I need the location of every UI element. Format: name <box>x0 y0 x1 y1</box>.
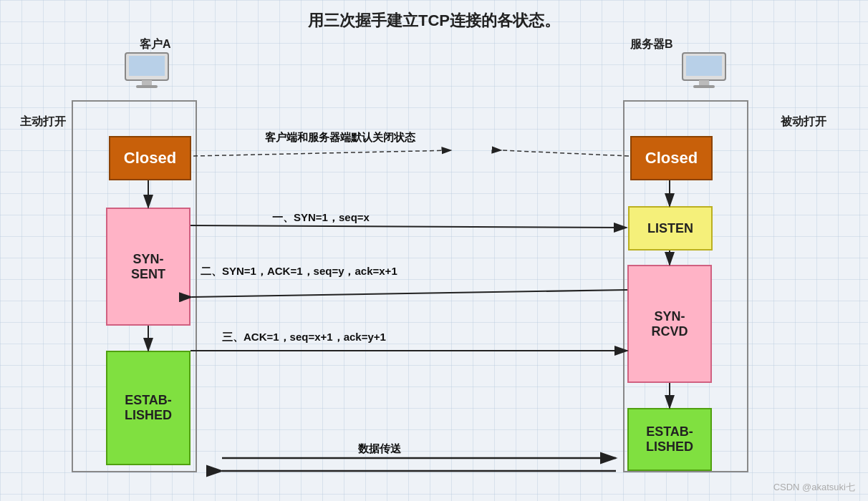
server-monitor-icon <box>679 52 729 91</box>
svg-line-15 <box>192 290 627 297</box>
svg-rect-7 <box>693 85 715 88</box>
svg-line-12 <box>501 150 629 156</box>
svg-rect-3 <box>136 85 158 88</box>
svg-rect-1 <box>129 56 165 76</box>
active-open-label: 主动打开 <box>20 115 66 130</box>
estab-server-box: ESTAB-LISHED <box>627 408 712 471</box>
estab-client-label: ESTAB-LISHED <box>125 393 172 423</box>
page-title: 用三次握手建立TCP连接的各状态。 <box>308 10 560 31</box>
svg-rect-6 <box>699 80 709 85</box>
estab-server-label: ESTAB-LISHED <box>646 424 693 454</box>
server-b-label: 服务器B <box>630 37 673 52</box>
svg-rect-2 <box>142 80 152 85</box>
client-monitor-icon <box>122 52 172 91</box>
step1-label: 一、SYN=1，seq=x <box>272 211 370 225</box>
syn-rcvd-box: SYN-RCVD <box>627 265 712 383</box>
syn-rcvd-label: SYN-RCVD <box>651 309 688 339</box>
estab-client-box: ESTAB-LISHED <box>106 351 191 465</box>
syn-sent-label: SYN-SENT <box>131 252 165 282</box>
svg-line-14 <box>191 225 627 228</box>
step3-label: 三、ACK=1，seq=x+1，ack=y+1 <box>222 331 386 344</box>
listen-box: LISTEN <box>628 206 713 250</box>
step2-label: 二、SYN=1，ACK=1，seq=y，ack=x+1 <box>201 265 397 278</box>
data-transfer-label: 数据传送 <box>358 442 401 456</box>
client-a-label: 客户A <box>140 37 171 52</box>
syn-sent-box: SYN-SENT <box>106 208 191 326</box>
passive-open-label: 被动打开 <box>781 115 826 130</box>
watermark: CSDN @akatsuki七 <box>773 481 855 494</box>
server-closed-box: Closed <box>630 136 713 180</box>
svg-line-11 <box>193 150 451 156</box>
svg-rect-5 <box>686 56 722 76</box>
default-state-label: 客户端和服务器端默认关闭状态 <box>265 131 415 145</box>
client-closed-box: Closed <box>109 136 191 180</box>
